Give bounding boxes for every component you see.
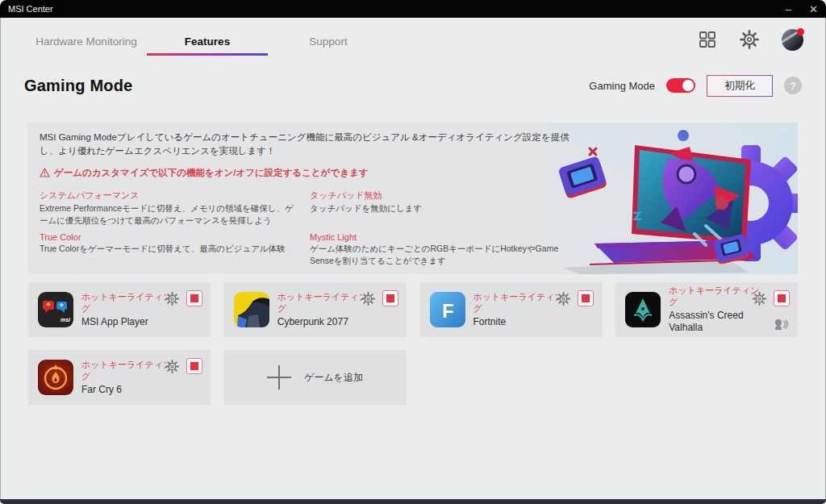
- warning-text: ゲームのカスタマイズで以下の機能をオン/オフに設定することができます: [54, 167, 369, 179]
- red-square-icon: [582, 294, 590, 302]
- active-tab-underline: [147, 53, 268, 56]
- card-settings-gear-icon[interactable]: [165, 292, 179, 306]
- apps-grid-icon[interactable]: [698, 30, 717, 49]
- msi-logo-text: msi: [60, 317, 71, 323]
- add-game-label: ゲームを追加: [304, 371, 363, 385]
- feature-description: タッチパッドを無効にします: [310, 202, 570, 215]
- gaming-mode-toggle-label: Gaming Mode: [589, 80, 655, 92]
- plus-icon: [267, 365, 291, 389]
- tab-label: Features: [185, 35, 230, 48]
- window-title: MSI Center: [8, 4, 53, 14]
- hotkey-lighting-label: ホットキーライティング: [277, 291, 373, 314]
- feature-touchpad-disable: タッチパッド無効 タッチパッドを無効にします: [310, 190, 585, 227]
- card-stop-button[interactable]: [774, 290, 790, 306]
- game-cards-grid: msi ホットキーライティング MSI App Player: [28, 282, 798, 405]
- feature-title: True Color: [40, 232, 295, 242]
- card-stop-button[interactable]: [186, 290, 202, 306]
- game-name: Far Cry 6: [81, 384, 177, 397]
- hotkey-lighting-label: ホットキーライティング: [81, 359, 177, 382]
- game-name: Assassin's Creed Valhalla: [669, 310, 764, 335]
- card-settings-gear-icon[interactable]: [165, 360, 179, 373]
- gaming-mode-description: MSI Gaming Modeプレイしているゲームのオートチューニング機能に最高…: [40, 131, 585, 159]
- feature-system-performance: システムパフォーマンス Extreme Performanceモードに切替え、メ…: [40, 190, 310, 227]
- hotkey-lighting-label: ホットキーライティング: [669, 285, 764, 308]
- card-settings-gear-icon[interactable]: [557, 292, 570, 306]
- card-stop-button[interactable]: [186, 358, 202, 374]
- page-title: Gaming Mode: [24, 77, 132, 95]
- game-name: MSI App Player: [81, 316, 177, 329]
- minimize-button[interactable]: –: [786, 4, 791, 15]
- user-avatar[interactable]: [782, 29, 803, 51]
- game-name: Cyberpunk 2077: [277, 316, 373, 329]
- close-button[interactable]: ✕: [809, 4, 818, 15]
- red-square-icon: [190, 294, 198, 302]
- fortnite-icon: F: [430, 292, 465, 327]
- gaming-mode-toggle[interactable]: [666, 78, 695, 93]
- card-stop-button[interactable]: [578, 290, 594, 306]
- main-tabs: Hardware Monitoring Features Support: [26, 24, 389, 56]
- feature-title: タッチパッド無効: [310, 190, 570, 202]
- feature-description: Extreme Performanceモードに切替え、メモリの領域を確保し、ゲー…: [40, 202, 295, 227]
- tab-hardware-monitoring[interactable]: Hardware Monitoring: [26, 24, 147, 56]
- features-list: システムパフォーマンス Extreme Performanceモードに切替え、メ…: [40, 184, 585, 275]
- add-game-card[interactable]: ゲームを追加: [224, 350, 407, 405]
- warning-triangle-icon: [40, 168, 50, 177]
- cyberpunk-2077-icon: [234, 292, 269, 327]
- feature-description: ゲーム体験のためにキーごとのRGBキーボードにHotkeyやGame Sense…: [310, 243, 570, 267]
- page-header: Gaming Mode Gaming Mode 初期化 ?: [24, 71, 802, 100]
- feature-title: Game Highlights: [310, 273, 570, 274]
- card-stop-button[interactable]: [382, 290, 398, 306]
- game-card-ac-valhalla[interactable]: ホットキーライティング Assassin's Creed Valhalla: [615, 282, 798, 337]
- feature-description: True Colorをゲーマーモードに切替えて、最高のビジュアル体験: [40, 243, 295, 255]
- feature-title: Mystic Light: [310, 232, 570, 242]
- feature-title: Nahimic: [40, 273, 295, 274]
- feature-nahimic: Nahimic Nahimicをゲームモードに切替え、最高のオーディオ体験を。: [40, 273, 310, 274]
- fortnite-letter: F: [442, 300, 454, 322]
- hotkey-lighting-label: ホットキーライティング: [473, 291, 569, 314]
- gaming-mode-info-panel: MSI Gaming Modeプレイしているゲームのオートチューニング機能に最高…: [28, 123, 798, 274]
- customize-warning: ゲームのカスタマイズで以下の機能をオン/オフに設定することができます: [40, 167, 585, 179]
- ac-valhalla-icon: [625, 292, 661, 327]
- feature-title: システムパフォーマンス: [40, 190, 295, 202]
- game-card-fortnite[interactable]: F ホットキーライティング Fortnite: [420, 282, 603, 337]
- toggle-knob: [682, 80, 694, 91]
- msi-center-window: MSI Center – ✕ Hardware Monitoring Featu…: [0, 0, 826, 504]
- game-card-cyberpunk-2077[interactable]: ホットキーライティング Cyberpunk 2077: [224, 282, 407, 337]
- reset-button[interactable]: 初期化: [707, 75, 773, 97]
- feature-true-color: True Color True Colorをゲーマーモードに切替えて、最高のビジ…: [40, 232, 310, 267]
- window-bottom-edge: [0, 499, 826, 504]
- card-settings-gear-icon[interactable]: [753, 292, 766, 306]
- far-cry-6-icon: [38, 360, 73, 395]
- navbar: Hardware Monitoring Features Support: [0, 18, 826, 61]
- help-icon[interactable]: ?: [784, 77, 802, 94]
- game-card-msi-app-player[interactable]: msi ホットキーライティング MSI App Player: [28, 282, 211, 337]
- msi-app-player-icon: msi: [38, 292, 73, 327]
- feature-game-highlights: Game Highlights ゲームを記録し、レビューや共有を行うことができま…: [310, 273, 585, 274]
- gaming-mode-illustration: [548, 123, 798, 274]
- hotkey-lighting-label: ホットキーライティング: [81, 291, 177, 314]
- card-settings-gear-icon[interactable]: [361, 292, 375, 306]
- game-name: Fortnite: [473, 316, 569, 329]
- red-square-icon: [778, 294, 786, 302]
- tab-label: Support: [309, 35, 347, 48]
- tab-features[interactable]: Features: [147, 24, 268, 56]
- game-card-far-cry-6[interactable]: ホットキーライティング Far Cry 6: [28, 350, 211, 405]
- settings-gear-icon[interactable]: [740, 30, 759, 49]
- red-square-icon: [190, 362, 198, 370]
- red-square-icon: [386, 294, 394, 302]
- feature-mystic-light: Mystic Light ゲーム体験のためにキーごとのRGBキーボードにHotk…: [310, 232, 585, 267]
- voice-chat-icon[interactable]: [774, 318, 788, 331]
- titlebar: MSI Center – ✕: [0, 0, 826, 18]
- tab-label: Hardware Monitoring: [35, 35, 136, 48]
- tab-support[interactable]: Support: [268, 24, 389, 56]
